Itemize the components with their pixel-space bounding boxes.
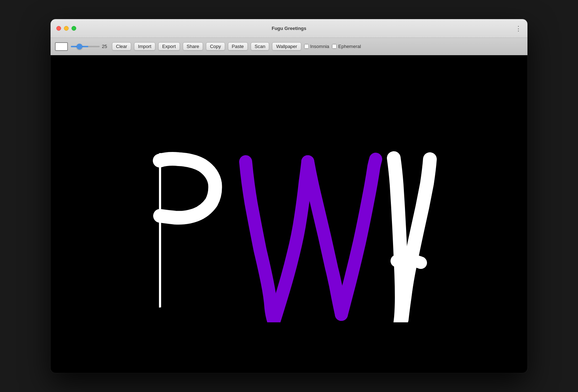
brush-size-value: 25 — [102, 44, 109, 49]
insomnia-checkbox[interactable] — [304, 44, 309, 49]
scan-button[interactable]: Scan — [251, 42, 269, 51]
drawing-canvas[interactable] — [51, 55, 527, 373]
ephemeral-checkbox[interactable] — [332, 44, 337, 49]
insomnia-checkbox-label[interactable]: Insomnia — [304, 44, 329, 49]
app-window: Fugu Greetings ⋮ 25 Clear Import Export … — [51, 19, 527, 373]
export-button[interactable]: Export — [158, 42, 180, 51]
clear-button[interactable]: Clear — [112, 42, 131, 51]
ephemeral-label: Ephemeral — [338, 44, 361, 49]
letter-a — [394, 158, 430, 322]
pwa-svg — [126, 106, 452, 322]
copy-button[interactable]: Copy — [206, 42, 225, 51]
toolbar: 25 Clear Import Export Share Copy Paste … — [51, 38, 527, 55]
maximize-button[interactable] — [72, 26, 76, 31]
window-title: Fugu Greetings — [272, 26, 306, 31]
letter-w — [246, 159, 376, 322]
paste-button[interactable]: Paste — [228, 42, 248, 51]
close-button[interactable] — [56, 26, 61, 31]
traffic-lights — [56, 26, 76, 31]
insomnia-label: Insomnia — [310, 44, 329, 49]
color-swatch[interactable] — [55, 42, 68, 51]
titlebar: Fugu Greetings ⋮ — [51, 19, 527, 38]
menu-icon[interactable]: ⋮ — [515, 25, 522, 32]
slider-container: 25 — [71, 44, 109, 49]
ephemeral-checkbox-label[interactable]: Ephemeral — [332, 44, 361, 49]
letter-p — [159, 159, 215, 301]
import-button[interactable]: Import — [134, 42, 155, 51]
pwa-drawing — [126, 106, 452, 322]
wallpaper-button[interactable]: Wallpaper — [272, 42, 301, 51]
share-button[interactable]: Share — [183, 42, 203, 51]
brush-size-slider[interactable] — [71, 46, 100, 47]
minimize-button[interactable] — [64, 26, 69, 31]
